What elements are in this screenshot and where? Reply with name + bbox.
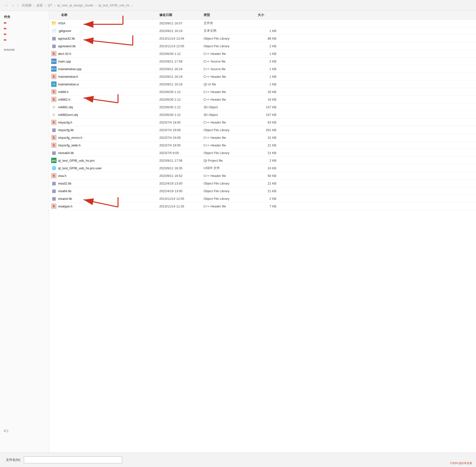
file-name-cell: ▦ visaext.lib	[49, 196, 157, 201]
table-row[interactable]: h decl-32.h 2023/6/30 1:12 C++ Header fi…	[49, 50, 476, 58]
file-date: 2023/6/30 1:12	[157, 52, 202, 56]
table-row[interactable]: ▦ agvisa32.lib 2013/11/14 12:04 Object F…	[49, 35, 476, 42]
table-row[interactable]: h nisyscfg_wide.h 2023/7/4 19:05 C++ Hea…	[49, 141, 476, 149]
file-name-cell: h nisyscfg_wide.h	[49, 142, 157, 148]
table-row[interactable]: ▦ agvisaext.lib 2013/11/14 12:05 Object …	[49, 42, 476, 50]
file-name-cell: ⊙ ni4882scrt.obj	[49, 112, 157, 117]
file-icon: h	[51, 135, 57, 140]
breadcrumb-item-4[interactable]: qt_new_qt_design_studio	[57, 3, 93, 7]
file-size: 31 KB	[256, 136, 280, 140]
file-name-cell: ▦ visa32.lib	[49, 181, 157, 186]
file-icon: 📄	[51, 28, 57, 33]
file-icon: pro	[51, 158, 57, 163]
filename-label: 文件名(N):	[6, 458, 21, 462]
file-icon: h	[51, 97, 57, 102]
breadcrumb-item-3[interactable]: QT	[48, 3, 52, 7]
table-row[interactable]: ⊙ ni4882.obj 2023/6/30 1:12 3D Object 15…	[49, 103, 476, 111]
file-type: C++ Header file	[202, 52, 256, 56]
table-row[interactable]: ▦ visaext.lib 2013/11/14 12:05 Object Fi…	[49, 195, 476, 202]
file-date: 2023/9/11 17:59	[157, 60, 202, 63]
breadcrumb-sep-4: ›	[95, 3, 96, 7]
sidebar-item-pin4[interactable]: 📌	[0, 37, 49, 43]
breadcrumb-item-1[interactable]: 此电脑	[22, 3, 31, 8]
file-size: 1 KB	[256, 67, 280, 71]
file-date: 2023/6/30 1:12	[157, 113, 202, 117]
file-icon: h	[51, 203, 57, 209]
file-name: ni4882.obj	[58, 105, 73, 109]
table-row[interactable]: 🌐 qt_test_GPIB_usb_hs.pro.user 2023/9/11…	[49, 164, 476, 172]
file-date: 2023/9/11 18:35	[157, 166, 202, 170]
file-name: visa64.lib	[58, 189, 71, 193]
file-icon: ▦	[51, 36, 57, 41]
bottom-bar: 文件名(N):	[0, 452, 476, 467]
breadcrumb-arrow-right: →	[11, 3, 14, 7]
file-size: 16 KB	[256, 98, 280, 101]
file-type: C++ Source file	[202, 67, 256, 71]
table-row[interactable]: ▦ nisyscfg.lib 2023/7/4 19:06 Object Fil…	[49, 126, 476, 134]
file-icon: 🌐	[51, 165, 57, 171]
file-name-cell: pro qt_test_GPIB_usb_hs.pro	[49, 158, 157, 163]
file-name: nisyscfg.lib	[58, 128, 74, 132]
file-size: 2 KB	[256, 44, 280, 48]
file-name: mainwindow.h	[58, 75, 78, 78]
file-name: visatype.h	[58, 204, 73, 208]
table-row[interactable]: h visa.h 2023/9/11 16:52 C++ Header file…	[49, 172, 476, 180]
table-row[interactable]: h visatype.h 2013/11/14 11:26 C++ Header…	[49, 202, 476, 210]
filename-input[interactable]	[24, 456, 122, 463]
table-row[interactable]: ▦ nivisa64.lib 2023/7/5 8:05 Object File…	[49, 149, 476, 157]
table-row[interactable]: pro qt_test_GPIB_usb_hs.pro 2023/9/11 17…	[49, 157, 476, 164]
sidebar-personal-label: ersonal	[0, 48, 49, 51]
table-row[interactable]: C++ mainwindow.cpp 2023/9/11 16:19 C++ S…	[49, 65, 476, 73]
file-date: 2023/7/5 8:05	[157, 151, 202, 155]
table-row[interactable]: 📄 .gitignore 2023/9/11 16:19 文本文档 1 KB	[49, 27, 476, 35]
file-name-cell: UI mainwindow.ui	[49, 81, 157, 87]
table-row[interactable]: h nisyscfg.h 2023/7/4 19:05 C++ Header f…	[49, 119, 476, 126]
file-name-cell: h decl-32.h	[49, 51, 157, 56]
sidebar-item-pin1[interactable]: 📌	[0, 20, 49, 26]
file-type: C++ Header file	[202, 75, 256, 78]
file-icon: h	[51, 51, 57, 56]
file-size: 20 KB	[256, 90, 280, 94]
file-size: 63 KB	[256, 121, 280, 124]
col-header-size[interactable]: 大小	[256, 12, 280, 18]
table-row[interactable]: 📁 VISA 2023/9/11 16:57 文件夹	[49, 19, 476, 27]
table-row[interactable]: ▦ visa64.lib 2022/4/19 13:00 Object File…	[49, 187, 476, 195]
table-row[interactable]: ▦ visa32.lib 2022/4/19 13:00 Object File…	[49, 180, 476, 187]
table-row[interactable]: h mainwindow.h 2023/9/11 16:19 C++ Heade…	[49, 73, 476, 80]
file-icon: 📁	[51, 20, 57, 26]
file-name-cell: ▦ agvisa32.lib	[49, 36, 157, 41]
table-row[interactable]: ⊙ ni4882scrt.obj 2023/6/30 1:12 3D Objec…	[49, 111, 476, 119]
table-row[interactable]: h nisyscfg_errors.h 2023/7/4 19:05 C++ H…	[49, 134, 476, 141]
table-row[interactable]: C++ main.cpp 2023/9/11 17:59 C++ Source …	[49, 58, 476, 65]
file-name-cell: ▦ visa64.lib	[49, 188, 157, 194]
file-name: nisyscfg_wide.h	[58, 143, 81, 147]
sidebar-section-title: 件夹	[0, 13, 49, 20]
breadcrumb-arrow-left: ←	[5, 3, 8, 7]
file-size: 21 KB	[256, 182, 280, 185]
breadcrumb-item-2[interactable]: 桌面	[36, 3, 43, 8]
file-icon: ▦	[51, 43, 57, 49]
file-icon: C++	[51, 66, 57, 72]
file-date: 2023/9/11 16:19	[157, 75, 202, 78]
sidebar-item-pin3[interactable]: 📌	[0, 31, 49, 37]
file-size: 50 KB	[256, 174, 280, 178]
file-size: 157 KB	[256, 105, 280, 109]
file-name: visaext.lib	[58, 197, 72, 201]
file-name: agvisa32.lib	[58, 37, 75, 40]
file-icon: h	[51, 120, 57, 125]
file-name: VISA	[58, 21, 65, 25]
breadcrumb-item-5[interactable]: qt_test_GPIB_usb_hs	[98, 3, 129, 7]
sidebar: 件夹 📌 📌 📌 📌 ersonal C:)	[0, 11, 49, 452]
file-name: .gitignore	[58, 29, 71, 33]
table-row[interactable]: h ni488.h 2023/6/30 1:12 C++ Header file…	[49, 88, 476, 96]
table-row[interactable]: h ni4882.h 2023/6/30 1:12 C++ Header fil…	[49, 96, 476, 103]
sidebar-item-pin2[interactable]: 📌	[0, 26, 49, 31]
table-row[interactable]: UI mainwindow.ui 2023/9/11 16:19 Qt UI f…	[49, 80, 476, 88]
file-date: 2023/9/11 17:58	[157, 159, 202, 162]
col-header-type[interactable]: 类型	[202, 12, 256, 18]
col-header-name[interactable]: 名称	[49, 12, 157, 18]
col-header-date[interactable]: 修改日期	[157, 12, 202, 18]
pin-icon-1: 📌	[2, 21, 7, 25]
file-name-cell: C++ mainwindow.cpp	[49, 66, 157, 72]
file-date: 2023/7/4 19:05	[157, 121, 202, 124]
